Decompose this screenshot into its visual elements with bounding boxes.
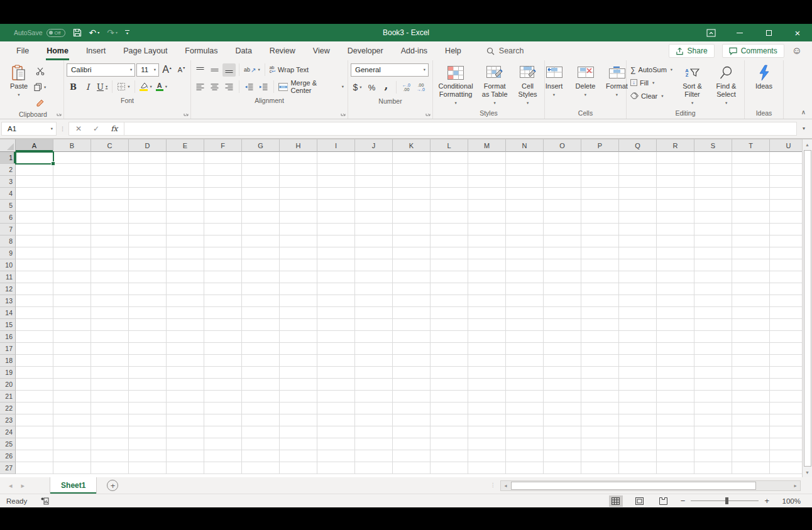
grid[interactable]: ABCDEFGHIJKLMNOPQRSTU 123456789101112131… [0, 139, 802, 477]
increase-decimal-button[interactable]: ←.0.00 [400, 81, 413, 94]
formula-input[interactable] [124, 122, 797, 136]
row-cells[interactable] [16, 259, 802, 271]
accounting-format-button[interactable]: $▾ [351, 81, 364, 94]
new-sheet-button[interactable]: + [107, 480, 118, 491]
column-header-K[interactable]: K [393, 139, 431, 152]
row-header-15[interactable]: 15 [0, 319, 16, 331]
tab-home[interactable]: Home [38, 41, 77, 60]
row-cells[interactable] [16, 462, 802, 474]
column-header-M[interactable]: M [468, 139, 506, 152]
column-header-N[interactable]: N [506, 139, 544, 152]
scroll-up-icon[interactable]: ▲ [803, 139, 812, 149]
row-header-21[interactable]: 21 [0, 391, 16, 403]
tab-help[interactable]: Help [436, 41, 470, 60]
row-cells[interactable] [16, 188, 802, 200]
align-center-button[interactable] [208, 80, 221, 94]
autosave-switch-icon[interactable]: Off [47, 29, 65, 37]
font-dialog-launcher[interactable] [184, 111, 189, 116]
row-cells[interactable] [16, 247, 802, 259]
font-size-select[interactable]: 11 ▾ [136, 63, 159, 77]
row-cells[interactable] [16, 403, 802, 414]
column-header-S[interactable]: S [694, 139, 732, 152]
cut-button[interactable] [33, 65, 47, 78]
align-left-button[interactable] [194, 80, 207, 94]
percent-style-button[interactable]: % [365, 81, 378, 94]
shrink-font-button[interactable]: A▾ [175, 63, 188, 77]
row-header-12[interactable]: 12 [0, 283, 16, 295]
merge-center-button[interactable]: Merge & Center ▾ [277, 80, 345, 94]
row-header-2[interactable]: 2 [0, 164, 16, 176]
row-cells[interactable] [16, 391, 802, 403]
fill-color-button[interactable]: ▾ [138, 80, 153, 94]
tab-insert[interactable]: Insert [77, 41, 114, 60]
row-header-14[interactable]: 14 [0, 307, 16, 319]
cell-styles-button[interactable]: Cell Styles ▾ [513, 62, 542, 107]
column-header-T[interactable]: T [732, 139, 770, 152]
column-header-J[interactable]: J [355, 139, 393, 152]
column-header-A[interactable]: A [16, 139, 53, 152]
row-cells[interactable] [16, 235, 802, 247]
redo-button[interactable]: ↷▾ [107, 28, 118, 37]
row-cells[interactable] [16, 164, 802, 176]
row-header-6[interactable]: 6 [0, 212, 16, 224]
tab-data[interactable]: Data [226, 41, 260, 60]
tab-formulas[interactable]: Formulas [176, 41, 226, 60]
sort-filter-button[interactable]: AZ Sort & Filter ▾ [676, 62, 708, 107]
number-format-select[interactable]: General ▾ [351, 63, 429, 77]
ribbon-display-options-button[interactable] [696, 24, 725, 41]
row-cells[interactable] [16, 283, 802, 295]
enter-formula-icon[interactable]: ✓ [93, 124, 99, 133]
row-cells[interactable] [16, 438, 802, 450]
wrap-text-button[interactable]: abc↩ Wrap Text [268, 63, 310, 77]
clear-button[interactable]: Clear ▾ [629, 90, 674, 102]
macro-record-button[interactable] [41, 497, 49, 505]
format-painter-button[interactable] [33, 96, 47, 109]
column-header-E[interactable]: E [167, 139, 204, 152]
row-header-24[interactable]: 24 [0, 426, 16, 438]
previous-sheet-icon[interactable]: ◂ [9, 482, 13, 490]
comma-style-button[interactable]: , [380, 81, 393, 94]
customize-quick-access-button[interactable]: ▾ [125, 30, 129, 35]
tab-review[interactable]: Review [261, 41, 304, 60]
horizontal-scroll-thumb[interactable] [511, 482, 756, 490]
row-cells[interactable] [16, 200, 802, 212]
next-sheet-icon[interactable]: ▸ [21, 482, 25, 490]
top-align-button[interactable] [194, 63, 207, 77]
tab-add-ins[interactable]: Add-ins [392, 41, 436, 60]
delete-cells-button[interactable]: Delete ▾ [572, 62, 600, 99]
increase-indent-button[interactable] [257, 80, 270, 94]
middle-align-button[interactable] [208, 63, 221, 77]
insert-function-button[interactable]: fx [111, 124, 118, 133]
row-header-8[interactable]: 8 [0, 235, 16, 247]
column-header-Q[interactable]: Q [619, 139, 657, 152]
row-cells[interactable] [16, 414, 802, 426]
column-header-L[interactable]: L [431, 139, 468, 152]
insert-cells-button[interactable]: Insert ▾ [540, 62, 568, 99]
row-cells[interactable] [16, 212, 802, 224]
column-header-O[interactable]: O [544, 139, 581, 152]
underline-button[interactable]: U▾ [96, 80, 109, 94]
page-layout-view-button[interactable] [633, 495, 647, 507]
column-header-G[interactable]: G [242, 139, 280, 152]
row-header-11[interactable]: 11 [0, 271, 16, 283]
column-header-I[interactable]: I [317, 139, 355, 152]
decrease-indent-button[interactable] [243, 80, 256, 94]
tab-file[interactable]: File [8, 41, 38, 60]
column-header-B[interactable]: B [53, 139, 91, 152]
row-header-19[interactable]: 19 [0, 367, 16, 379]
row-cells[interactable] [16, 450, 802, 462]
bold-button[interactable]: B [67, 80, 80, 94]
row-header-10[interactable]: 10 [0, 259, 16, 271]
row-header-4[interactable]: 4 [0, 188, 16, 200]
row-header-5[interactable]: 5 [0, 200, 16, 212]
scroll-down-icon[interactable]: ▼ [803, 467, 812, 477]
column-header-R[interactable]: R [657, 139, 694, 152]
vertical-scrollbar[interactable]: ▲ ▼ [802, 139, 812, 477]
row-header-22[interactable]: 22 [0, 403, 16, 414]
paste-button[interactable]: Paste ▾ [5, 62, 33, 99]
row-cells[interactable] [16, 224, 802, 235]
row-header-13[interactable]: 13 [0, 295, 16, 307]
row-cells[interactable] [16, 343, 802, 355]
normal-view-button[interactable] [609, 495, 623, 507]
vertical-scroll-thumb[interactable] [804, 150, 811, 467]
